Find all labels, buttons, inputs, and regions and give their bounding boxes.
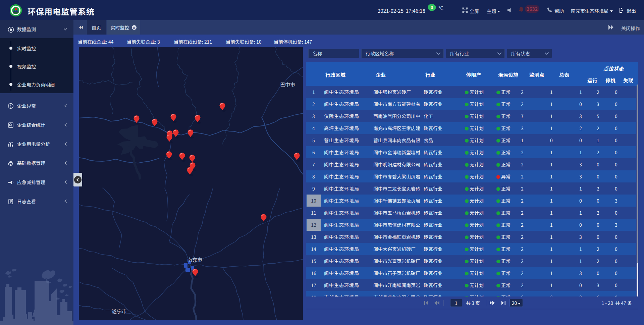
- svg-text:0: 0: [431, 4, 433, 10]
- svg-text:遂宁市: 遂宁市: [112, 308, 127, 315]
